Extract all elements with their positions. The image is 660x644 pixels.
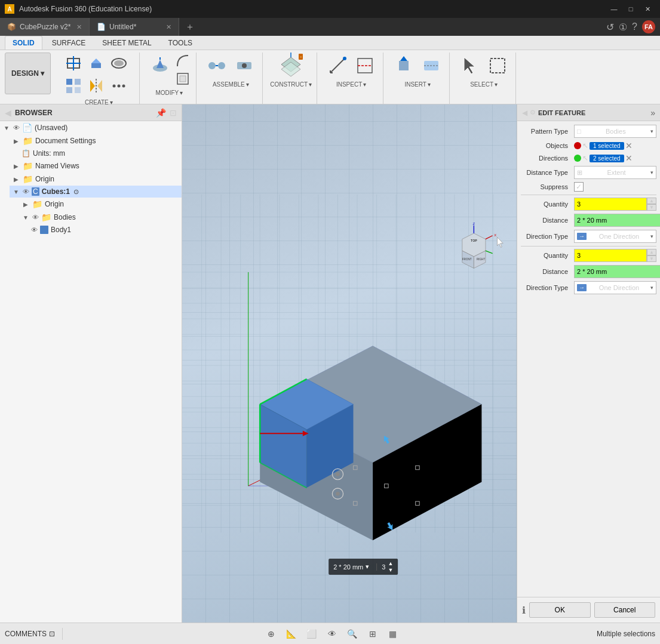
qty-spinner-up[interactable]: ▲▼: [388, 560, 393, 573]
tab-right-icon3[interactable]: ?: [632, 21, 637, 32]
inspect-section-icon[interactable]: [352, 53, 378, 79]
tree-item-bodies[interactable]: ▼ 👁 📁 Bodies: [19, 211, 182, 224]
sidebar-collapse-icon[interactable]: ◀: [5, 108, 11, 118]
inline-measurement[interactable]: 2 * 20 mm ▾ 3 ▲▼: [329, 559, 398, 575]
record-icon[interactable]: ⊙: [73, 188, 79, 196]
quantity2-input[interactable]: [574, 249, 647, 262]
tree-item-root[interactable]: ▼ 👁 📄 (Unsaved): [0, 121, 182, 134]
zoom-icon[interactable]: 🔍: [344, 625, 361, 642]
sidebar-pin-icon[interactable]: 📌: [156, 108, 166, 118]
tree-item-origin2[interactable]: ▶ 📁 Origin: [19, 198, 182, 211]
assemble-group-label[interactable]: ASSEMBLE ▾: [213, 81, 249, 88]
pattern-type-dropdown[interactable]: □ Bodies ▾: [574, 125, 656, 138]
visibility-eye-icon[interactable]: 👁: [31, 226, 38, 233]
toolbar-tab-surface[interactable]: SURFACE: [45, 36, 93, 50]
suppress-checkbox[interactable]: ✓: [574, 182, 584, 192]
quantity2-up[interactable]: ▲: [647, 249, 656, 255]
construct-group-label[interactable]: CONSTRUCT ▾: [270, 81, 312, 88]
panel-icon: ⚙: [530, 109, 536, 116]
quantity2-down[interactable]: ▼: [647, 255, 656, 262]
suppress-row: Suppress ✓: [521, 182, 656, 192]
minimize-button[interactable]: —: [606, 3, 622, 15]
construct-offset-plane-icon[interactable]: -: [278, 53, 304, 79]
visibility-eye-icon[interactable]: 👁: [23, 188, 29, 195]
section-view-icon[interactable]: ⬜: [303, 625, 320, 642]
new-tab-button[interactable]: ＋: [179, 18, 201, 36]
distance-type-dropdown[interactable]: ⊞ Extent ▾: [574, 166, 656, 179]
tree-item-body1[interactable]: 👁 Body1: [29, 224, 182, 236]
viewport[interactable]: TOP FRONT RIGHT Z X: [182, 104, 517, 623]
distance1-input[interactable]: [574, 214, 660, 227]
modify-group-label[interactable]: MODIFY ▾: [155, 90, 183, 96]
select-cursor-icon[interactable]: [457, 53, 483, 79]
modify-press-pull-icon[interactable]: [147, 53, 173, 79]
quantity1-input[interactable]: [574, 198, 647, 211]
inspect-measure-icon[interactable]: [324, 53, 351, 79]
close-button[interactable]: ✕: [640, 3, 655, 15]
tab-right-icon2[interactable]: ①: [619, 21, 627, 33]
tree-item-origin1[interactable]: ▶ 📁 Origin: [10, 172, 182, 186]
grid-icon[interactable]: ⊞: [364, 625, 381, 642]
modify-fillet-icon[interactable]: [174, 53, 191, 69]
assemble-joint-icon[interactable]: [231, 53, 257, 79]
inspect-group-label[interactable]: INSPECT ▾: [336, 81, 366, 88]
dist-dropdown-arrow[interactable]: ▾: [366, 563, 369, 571]
visibility-eye-icon[interactable]: 👁: [32, 214, 39, 221]
transform-icon[interactable]: ⊕: [263, 625, 280, 642]
create-shell-icon[interactable]: [108, 53, 130, 74]
toolbar-tab-solid[interactable]: SOLID: [5, 36, 42, 50]
panel-collapse-icon[interactable]: ◀: [522, 109, 527, 117]
toolbar-tab-sheetmetal[interactable]: SHEET METAL: [95, 36, 158, 50]
svg-point-33: [343, 57, 346, 60]
objects-clear-icon[interactable]: ✕: [625, 141, 633, 150]
create-mirror-icon[interactable]: [85, 75, 107, 97]
create-more-icon[interactable]: [108, 75, 130, 97]
view-options-icon[interactable]: 👁: [324, 625, 340, 642]
create-new-component-icon[interactable]: [63, 53, 84, 74]
svg-text:FRONT: FRONT: [462, 258, 472, 261]
svg-marker-110: [497, 237, 503, 247]
tree-item-units[interactable]: 📋 Units: mm: [19, 147, 182, 159]
tab-untitled[interactable]: 📄 Untitled* ✕: [90, 18, 179, 36]
divider1: [521, 195, 656, 195]
tree-item-cubes[interactable]: ▼ 👁 C Cubes:1 ⊙: [10, 186, 182, 198]
measure-icon[interactable]: 📐: [283, 625, 300, 642]
create-rect-pattern-icon[interactable]: [63, 75, 84, 97]
quantity1-up[interactable]: ▲: [647, 198, 656, 204]
direction-type2-dropdown[interactable]: → One Direction ▾: [574, 281, 656, 294]
objects-selected-badge: 1 selected: [590, 142, 624, 150]
pattern-type-icon: □: [577, 128, 581, 135]
sidebar-expand-icon[interactable]: ⊡: [170, 108, 177, 118]
comments-expand-icon[interactable]: ⊡: [49, 630, 55, 638]
quantity1-down[interactable]: ▼: [647, 204, 656, 211]
panel-expand-icon[interactable]: »: [650, 108, 655, 118]
tab-close-icon[interactable]: ✕: [166, 23, 171, 31]
ok-button[interactable]: OK: [529, 602, 591, 618]
create-extrude-icon[interactable]: [85, 53, 107, 74]
tree-item-named-views[interactable]: ▶ 📁 Named Views: [10, 159, 182, 172]
distance2-input[interactable]: [574, 265, 660, 278]
tree-item-doc-settings[interactable]: ▶ 📁 Document Settings: [10, 134, 182, 147]
tab-right-icon1[interactable]: ↺: [606, 21, 614, 33]
modify-chamfer-icon[interactable]: [174, 70, 191, 87]
assemble-new-joint-icon[interactable]: [204, 53, 230, 79]
directions-clear-icon[interactable]: ✕: [625, 153, 633, 163]
select-box-icon[interactable]: [484, 53, 511, 79]
toolbar-tab-tools[interactable]: TOOLS: [161, 36, 199, 50]
panel-body: Pattern Type □ Bodies ▾ Objects ↖ 1 sele…: [517, 121, 660, 597]
insert-decal-icon[interactable]: [418, 53, 444, 79]
design-button[interactable]: DESIGN ▾: [5, 53, 51, 94]
maximize-button[interactable]: □: [623, 3, 638, 15]
tab-close-icon[interactable]: ✕: [76, 23, 82, 31]
insert-group-label[interactable]: INSERT ▾: [404, 81, 431, 88]
visibility-icon[interactable]: 👁: [13, 124, 20, 131]
cancel-button[interactable]: Cancel: [594, 602, 656, 618]
insert-icon[interactable]: [391, 53, 417, 79]
direction-type1-dropdown[interactable]: → One Direction ▾: [574, 230, 656, 243]
select-group-label[interactable]: SELECT ▾: [470, 81, 498, 88]
user-avatar[interactable]: FA: [642, 20, 655, 33]
quantity1-label: Quantity: [521, 201, 572, 208]
display-icon[interactable]: ▦: [385, 625, 401, 642]
info-icon[interactable]: ℹ: [522, 602, 526, 618]
tab-cubepuzzle[interactable]: 📦 CubePuzzle v2* ✕: [0, 18, 90, 36]
